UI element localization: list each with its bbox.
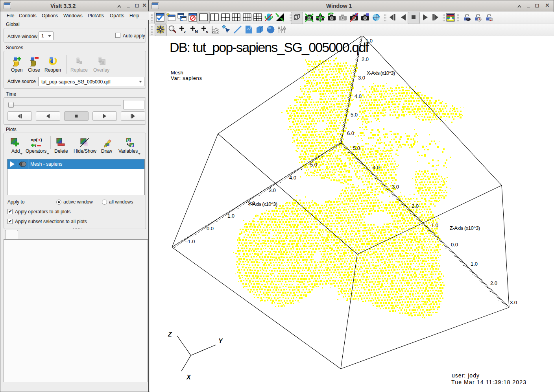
svg-text:user: jody: user: jody — [452, 372, 479, 379]
svg-text:-1.0: -1.0 — [186, 239, 195, 244]
svg-text:2.0: 2.0 — [412, 203, 419, 209]
svg-text:DB: tut_pop-sapiens_SG_005000.: DB: tut_pop-sapiens_SG_005000.qdf — [170, 40, 369, 55]
svg-text:s: s — [206, 29, 208, 34]
svg-text:0.0: 0.0 — [207, 226, 214, 231]
svg-text:): ) — [41, 137, 42, 142]
svg-text:1.0: 1.0 — [431, 222, 438, 228]
svg-text:4.0: 4.0 — [289, 175, 296, 181]
svg-text:z: z — [184, 29, 186, 34]
svg-text:3.0: 3.0 — [269, 187, 276, 193]
svg-text:3.0: 3.0 — [358, 75, 365, 81]
svg-text:/: / — [35, 143, 36, 148]
svg-text:6.0: 6.0 — [347, 130, 354, 136]
svg-text:3.0: 3.0 — [510, 300, 517, 305]
svg-text:4.0: 4.0 — [373, 165, 380, 170]
svg-text:2.0: 2.0 — [490, 280, 497, 286]
svg-text:u: u — [127, 138, 130, 142]
svg-text:op(: op( — [31, 137, 37, 142]
svg-text:1.0: 1.0 — [366, 38, 373, 44]
svg-text:1.0: 1.0 — [471, 261, 478, 267]
svg-text:5.0: 5.0 — [351, 112, 358, 118]
svg-text:Tue Mar 14 11:39:18 2023: Tue Mar 14 11:39:18 2023 — [451, 379, 526, 385]
svg-text:X: X — [186, 374, 191, 381]
svg-text:3.0: 3.0 — [392, 184, 399, 190]
svg-text:1.0: 1.0 — [227, 213, 235, 219]
svg-text:v: v — [131, 143, 133, 148]
svg-text:Var: sapiens: Var: sapiens — [171, 75, 202, 81]
svg-text:5.0: 5.0 — [353, 145, 360, 151]
svg-text:5.0: 5.0 — [310, 162, 317, 168]
svg-text:X-Axis (x10^3): X-Axis (x10^3) — [367, 70, 395, 76]
svg-text:Z: Z — [168, 331, 172, 338]
svg-text:N: N — [195, 29, 198, 34]
svg-text:0.0: 0.0 — [451, 242, 458, 248]
svg-text:Y-Axis (x10^3): Y-Axis (x10^3) — [248, 201, 277, 207]
svg-text:2.0: 2.0 — [362, 56, 369, 62]
svg-text:Z-Axis (x10^3): Z-Axis (x10^3) — [450, 225, 480, 231]
svg-text:4.0: 4.0 — [355, 93, 362, 99]
svg-text:Y: Y — [218, 338, 223, 344]
svg-text:Mesh: Mesh — [171, 70, 183, 76]
